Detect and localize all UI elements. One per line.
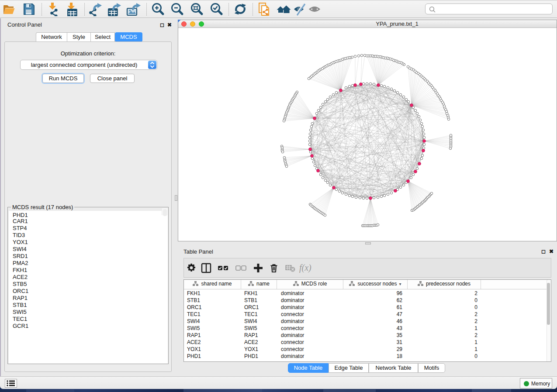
svg-text:f(x): f(x) xyxy=(299,263,311,273)
